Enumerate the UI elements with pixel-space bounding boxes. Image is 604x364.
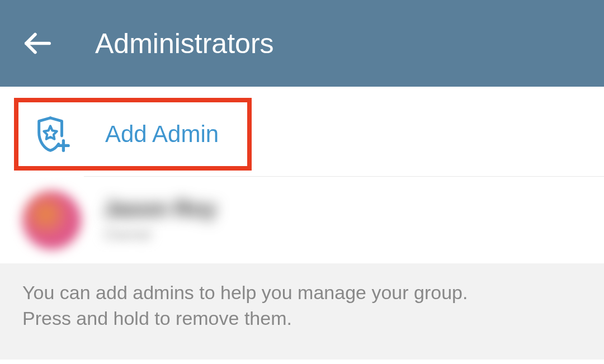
footer-text-line2: Press and hold to remove them. <box>22 306 582 332</box>
add-admin-button[interactable]: Add Admin <box>14 98 252 171</box>
header: Administrators <box>0 0 604 87</box>
back-arrow-icon[interactable] <box>22 28 53 59</box>
admin-list-item[interactable]: Jason Roy Owner <box>0 177 604 263</box>
shield-star-add-icon <box>32 115 72 154</box>
admin-info: Jason Roy Owner <box>103 196 216 244</box>
add-admin-label: Add Admin <box>105 121 219 148</box>
avatar <box>22 191 81 249</box>
admin-name: Jason Roy <box>103 196 216 221</box>
admin-role: Owner <box>103 225 216 244</box>
footer-text-line1: You can add admins to help you manage yo… <box>22 280 582 306</box>
footer-info: You can add admins to help you manage yo… <box>0 263 604 360</box>
page-title: Administrators <box>95 27 274 60</box>
